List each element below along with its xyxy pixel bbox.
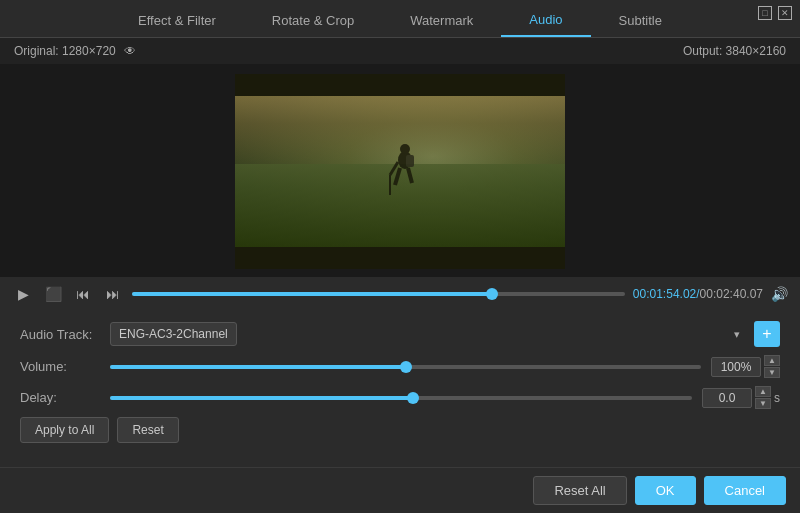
tab-bar: Effect & Filter Rotate & Crop Watermark … bbox=[0, 0, 800, 38]
volume-icon[interactable]: 🔊 bbox=[771, 286, 788, 302]
reset-button[interactable]: Reset bbox=[117, 417, 178, 443]
progress-fill bbox=[132, 292, 492, 296]
delay-value[interactable] bbox=[702, 388, 752, 408]
volume-slider-fill bbox=[110, 365, 406, 369]
total-time: 00:02:40.07 bbox=[700, 287, 763, 301]
svg-point-1 bbox=[400, 144, 410, 154]
svg-line-3 bbox=[408, 168, 412, 183]
track-select-wrapper: ENG-AC3-2Channel + bbox=[110, 321, 780, 347]
add-track-button[interactable]: + bbox=[754, 321, 780, 347]
volume-row: Volume: ▲ ▼ bbox=[20, 355, 780, 378]
volume-slider-track[interactable] bbox=[110, 365, 701, 369]
audio-track-label: Audio Track: bbox=[20, 327, 100, 342]
delay-row: Delay: ▲ ▼ s bbox=[20, 386, 780, 409]
volume-slider-row: ▲ ▼ bbox=[110, 355, 780, 378]
audio-track-row: Audio Track: ENG-AC3-2Channel + bbox=[20, 321, 780, 347]
delay-input-wrapper: ▲ ▼ s bbox=[702, 386, 780, 409]
apply-row: Apply to All Reset bbox=[20, 417, 780, 443]
delay-slider-track[interactable] bbox=[110, 396, 692, 400]
restore-button[interactable]: □ bbox=[758, 6, 772, 20]
tab-effect[interactable]: Effect & Filter bbox=[110, 5, 244, 36]
tab-subtitle[interactable]: Subtitle bbox=[591, 5, 690, 36]
audio-track-select[interactable]: ENG-AC3-2Channel bbox=[110, 322, 237, 346]
volume-step-down[interactable]: ▼ bbox=[764, 367, 780, 378]
playback-bar: ▶ ⬛ ⏮ ⏭ 00:01:54.02/00:02:40.07 🔊 bbox=[0, 277, 800, 311]
play-button[interactable]: ▶ bbox=[12, 283, 34, 305]
title-bar: □ ✕ bbox=[750, 0, 800, 26]
tab-rotate[interactable]: Rotate & Crop bbox=[244, 5, 382, 36]
tab-watermark[interactable]: Watermark bbox=[382, 5, 501, 36]
select-wrapper: ENG-AC3-2Channel bbox=[110, 322, 748, 346]
delay-slider-thumb bbox=[407, 392, 419, 404]
close-button[interactable]: ✕ bbox=[778, 6, 792, 20]
output-resolution: Output: 3840×2160 bbox=[683, 44, 786, 58]
volume-step-up[interactable]: ▲ bbox=[764, 355, 780, 366]
svg-line-2 bbox=[395, 168, 400, 185]
progress-thumb bbox=[486, 288, 498, 300]
video-container: Movie 13 bbox=[0, 64, 800, 277]
video-frame bbox=[235, 74, 565, 269]
stop-button[interactable]: ⬛ bbox=[42, 283, 64, 305]
delay-slider-fill bbox=[110, 396, 413, 400]
time-display: 00:01:54.02/00:02:40.07 bbox=[633, 287, 763, 301]
tab-audio[interactable]: Audio bbox=[501, 4, 590, 37]
progress-track[interactable] bbox=[132, 292, 625, 296]
delay-unit: s bbox=[774, 391, 780, 405]
delay-step-down[interactable]: ▼ bbox=[755, 398, 771, 409]
volume-stepper: ▲ ▼ bbox=[764, 355, 780, 378]
controls-panel: Audio Track: ENG-AC3-2Channel + Volume: … bbox=[0, 311, 800, 453]
reset-all-button[interactable]: Reset All bbox=[533, 476, 626, 505]
delay-stepper: ▲ ▼ bbox=[755, 386, 771, 409]
volume-input-wrapper: ▲ ▼ bbox=[711, 355, 780, 378]
eye-icon[interactable]: 👁 bbox=[124, 44, 136, 58]
current-time: 00:01:54.02 bbox=[633, 287, 696, 301]
apply-to-all-button[interactable]: Apply to All bbox=[20, 417, 109, 443]
prev-button[interactable]: ⏮ bbox=[72, 283, 94, 305]
footer: Reset All OK Cancel bbox=[0, 467, 800, 513]
delay-step-up[interactable]: ▲ bbox=[755, 386, 771, 397]
original-resolution: Original: 1280×720 bbox=[14, 44, 116, 58]
svg-rect-6 bbox=[406, 155, 414, 167]
volume-slider-thumb bbox=[400, 361, 412, 373]
ok-button[interactable]: OK bbox=[635, 476, 696, 505]
volume-label: Volume: bbox=[20, 359, 100, 374]
next-button[interactable]: ⏭ bbox=[102, 283, 124, 305]
cancel-button[interactable]: Cancel bbox=[704, 476, 786, 505]
volume-value[interactable] bbox=[711, 357, 761, 377]
delay-label: Delay: bbox=[20, 390, 100, 405]
info-bar: Original: 1280×720 👁 Output: 3840×2160 bbox=[0, 38, 800, 64]
delay-slider-row: ▲ ▼ s bbox=[110, 386, 780, 409]
